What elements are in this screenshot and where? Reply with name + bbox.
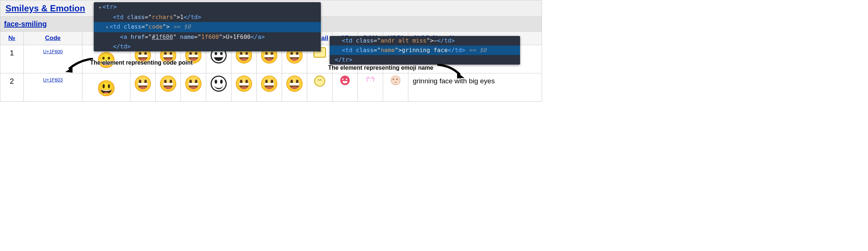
cell-joy bbox=[257, 73, 282, 102]
cell-appl bbox=[130, 73, 156, 102]
gmail-glyph-icon: ^^ bbox=[314, 76, 325, 87]
cell-name: grinning face with big eyes bbox=[408, 73, 542, 102]
col-code: Code bbox=[23, 32, 82, 45]
col-no: № bbox=[0, 32, 24, 45]
cell-code: U+1F603 bbox=[23, 73, 82, 102]
devtools-panel-name: <td class="andr alt miss">—</td> <td cla… bbox=[330, 36, 520, 65]
subsection-link[interactable]: face-smiling bbox=[4, 20, 47, 28]
svg-marker-1 bbox=[457, 73, 464, 79]
cell-browser: 😃 bbox=[82, 73, 130, 102]
section-link[interactable]: Smileys & Emotion bbox=[5, 3, 85, 13]
grinning-face-big-eyes-icon bbox=[261, 76, 277, 92]
grinning-face-big-eyes-icon bbox=[236, 76, 252, 92]
annotation-code-point: The element representing code point bbox=[90, 59, 193, 66]
dcm-glyph-icon: (^.^) bbox=[366, 76, 374, 82]
code-link[interactable]: U+1F600 bbox=[43, 49, 63, 54]
grinning-face-big-eyes-icon bbox=[286, 76, 303, 92]
cell-dcm: (^.^) bbox=[358, 73, 383, 102]
grinning-face-big-eyes-icon bbox=[211, 76, 227, 92]
kddi-glyph-icon bbox=[391, 76, 400, 85]
grinning-face-big-eyes-icon bbox=[185, 76, 201, 92]
cell-no: 1 bbox=[0, 45, 24, 73]
cell-twtr bbox=[231, 73, 257, 102]
cell-sams bbox=[282, 73, 307, 102]
grinning-face-big-eyes-icon bbox=[160, 76, 176, 92]
arrow-icon bbox=[436, 64, 465, 79]
sb-glyph-icon bbox=[340, 76, 350, 85]
arrow-icon bbox=[64, 58, 94, 73]
code-link[interactable]: U+1F603 bbox=[43, 77, 63, 83]
devtools-panel-code: <tr> <td class="rchars">1</td> <td class… bbox=[94, 2, 321, 51]
grinning-face-big-eyes-icon bbox=[135, 76, 151, 92]
cell-no: 2 bbox=[0, 73, 24, 102]
cell-fb bbox=[181, 73, 206, 102]
cell-kddi bbox=[383, 73, 408, 102]
cell-gmail: ^^ bbox=[307, 73, 333, 102]
annotation-emoji-name: The element representing emoji name bbox=[328, 65, 433, 71]
cell-wind bbox=[206, 73, 231, 102]
cell-sb bbox=[333, 73, 358, 102]
cell-goog bbox=[156, 73, 181, 102]
